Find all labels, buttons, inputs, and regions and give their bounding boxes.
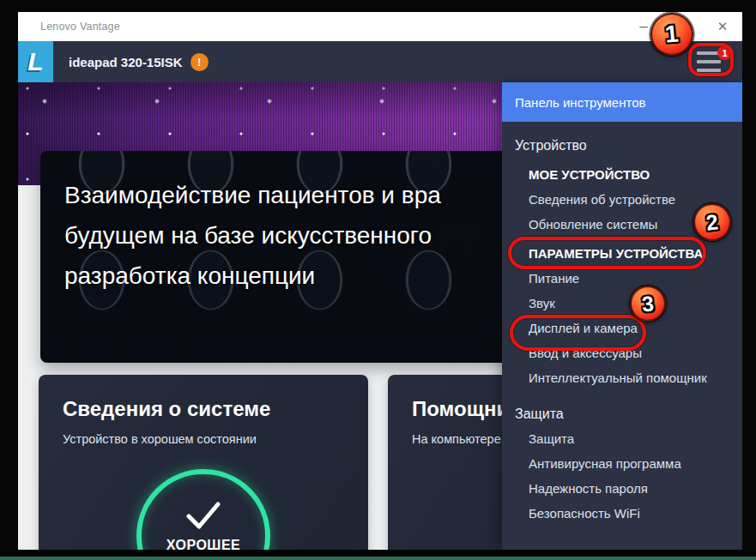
lenovo-logo-letter: L	[27, 47, 43, 76]
menu-item-интеллектуальный-помощник[interactable]: Интеллектуальный помощник	[502, 365, 742, 390]
window-titlebar: Lenovo Vantage – ✕	[18, 12, 742, 41]
annotation-step-2-number: 2	[705, 209, 719, 235]
health-status-ring: ХОРОШЕЕ	[136, 469, 270, 550]
warning-icon[interactable]: !	[191, 53, 209, 71]
annotation-step-1: 1	[650, 13, 693, 56]
health-status-label: ХОРОШЕЕ	[166, 538, 241, 550]
system-card-subtitle: Устройство в хорошем состоянии	[63, 432, 368, 446]
nav-menu-list: Панель инструментовУстройствоМОЕ УСТРОЙС…	[502, 82, 742, 526]
annotation-step-1-number: 1	[664, 20, 680, 48]
window-title: Lenovo Vantage	[40, 21, 120, 33]
annotation-step-3-number: 3	[641, 291, 655, 316]
menu-item-защита: Защита	[502, 402, 742, 426]
menu-item-надежность-пароля[interactable]: Надежность пароля	[502, 476, 742, 501]
menu-item-устройство: Устройство	[502, 134, 742, 158]
system-card-title: Сведения о системе	[63, 397, 368, 421]
menu-item-мое-устройство[interactable]: МОЕ УСТРОЙСТВО	[502, 162, 742, 187]
annotation-step-2: 2	[693, 203, 731, 241]
menu-item-питание[interactable]: Питание	[502, 266, 742, 291]
menu-item-панель-инструментов[interactable]: Панель инструментов	[502, 82, 742, 122]
annotation-box-hamburger	[688, 43, 734, 76]
menu-item-звук[interactable]: Звук	[502, 291, 742, 316]
annotation-box-display-camera	[510, 315, 646, 351]
close-button[interactable]: ✕	[705, 12, 740, 41]
lenovo-logo[interactable]: L	[18, 41, 53, 82]
menu-item-защита[interactable]: Защита	[502, 426, 742, 451]
menu-item-безопасность-wifi[interactable]: Безопасность WiFi	[502, 501, 742, 526]
screenshot-stage: Lenovo Vantage – ✕ L ideapad 320-15ISK !…	[0, 0, 756, 560]
system-info-card[interactable]: Сведения о системе Устройство в хорошем …	[39, 375, 368, 550]
checkmark-icon	[183, 500, 224, 531]
desktop-edge-bottom	[0, 557, 756, 560]
lenovo-vantage-window: Lenovo Vantage – ✕ L ideapad 320-15ISK !…	[18, 12, 742, 550]
menu-item-антивирусная-программа[interactable]: Антивирусная программа	[502, 451, 742, 476]
annotation-box-device-settings	[508, 237, 706, 269]
annotation-step-3: 3	[630, 286, 666, 322]
app-header: L ideapad 320-15ISK ! 1	[18, 41, 742, 82]
device-name: ideapad 320-15ISK	[69, 55, 183, 69]
